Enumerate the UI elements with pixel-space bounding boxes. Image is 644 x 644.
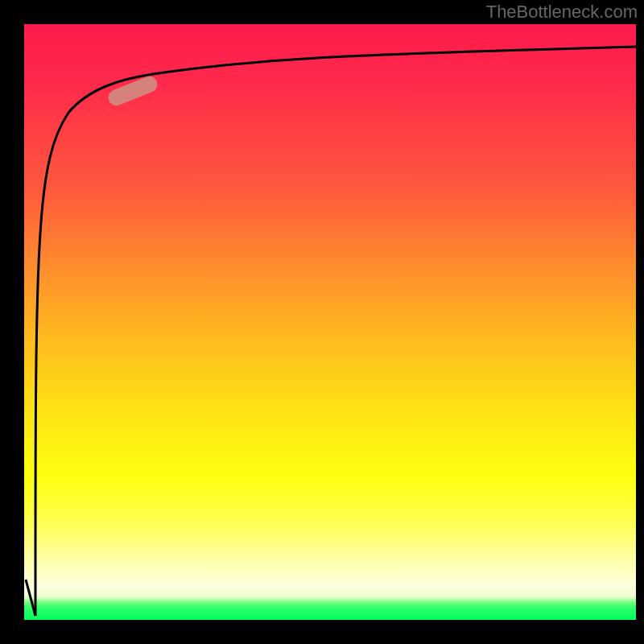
plot-area <box>24 24 636 620</box>
left-spike <box>26 580 35 616</box>
main-curve <box>35 47 636 616</box>
watermark-text: TheBottleneck.com <box>486 2 638 23</box>
curve-overlay <box>24 24 636 620</box>
